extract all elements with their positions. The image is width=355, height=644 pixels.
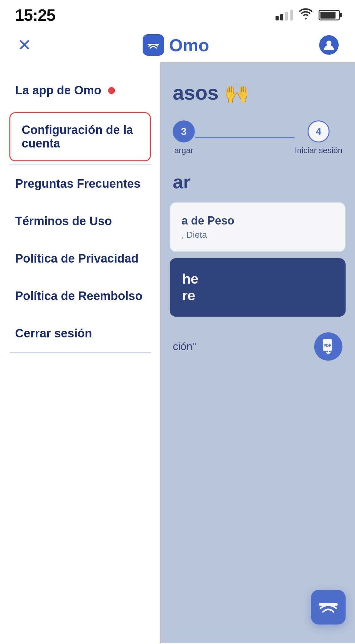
- cerrar-sesion-label: Cerrar sesión: [15, 327, 92, 340]
- step-4-label: Iniciar sesión: [295, 146, 342, 155]
- close-icon: ✕: [18, 37, 31, 53]
- pdf-button[interactable]: PDF: [314, 332, 342, 361]
- sidebar-menu: La app de Omo Configuración de la cuenta…: [0, 62, 160, 643]
- reembolso-label: Política de Reembolso: [15, 289, 142, 303]
- scale-app-button[interactable]: [311, 590, 346, 625]
- sidebar-item-configuracion[interactable]: Configuración de la cuenta: [9, 112, 151, 161]
- step-3-label: argar: [174, 146, 194, 155]
- svg-text:PDF: PDF: [324, 343, 331, 348]
- signal-icon: [276, 10, 293, 20]
- step-line: [195, 137, 295, 138]
- steps-header: asos 🙌: [160, 62, 355, 114]
- svg-point-1: [326, 41, 331, 46]
- profile-button[interactable]: [318, 34, 340, 56]
- section-title: ar: [160, 162, 355, 196]
- step-4-circle: 4: [308, 120, 330, 142]
- sidebar-item-privacidad[interactable]: Política de Privacidad: [0, 240, 160, 277]
- close-button[interactable]: ✕: [15, 36, 34, 54]
- header: ✕ Omo: [0, 28, 355, 62]
- sidebar-item-faq[interactable]: Preguntas Frecuentes: [0, 165, 160, 203]
- terminos-label: Términos de Uso: [15, 214, 112, 228]
- steps-title: asos 🙌: [173, 81, 249, 105]
- logo-text: Omo: [169, 35, 209, 55]
- dark-box-line2: re: [182, 287, 333, 304]
- profile-icon: [319, 35, 339, 55]
- card-title: a de Peso: [182, 214, 334, 227]
- citation-area: ción" PDF: [160, 323, 355, 370]
- logo-icon: [143, 34, 164, 56]
- background-content: asos 🙌 3 argar 4 Iniciar sesión ar a de …: [160, 62, 355, 643]
- main-layout: La app de Omo Configuración de la cuenta…: [0, 62, 355, 643]
- faq-label: Preguntas Frecuentes: [15, 177, 140, 190]
- battery-icon: [319, 10, 340, 20]
- la-app-label: La app de Omo: [15, 84, 101, 97]
- status-bar: 15:25: [0, 0, 355, 28]
- status-icons: [276, 8, 340, 22]
- citation-text: ción": [173, 340, 196, 353]
- wifi-icon: [298, 8, 313, 22]
- card-subtitle: , Dieta: [182, 230, 334, 240]
- dark-promo-box: he re: [170, 258, 346, 317]
- sidebar-item-cerrar-sesion[interactable]: Cerrar sesión: [0, 315, 160, 352]
- notification-dot: [108, 87, 115, 94]
- configuracion-label: Configuración de la cuenta: [22, 123, 133, 150]
- sidebar-item-reembolso[interactable]: Política de Reembolso: [0, 277, 160, 315]
- sidebar-item-terminos[interactable]: Términos de Uso: [0, 203, 160, 240]
- status-time: 15:25: [15, 6, 55, 25]
- step-3-circle: 3: [173, 120, 195, 142]
- steps-progress: 3 argar 4 Iniciar sesión: [160, 114, 355, 162]
- info-card: a de Peso , Dieta: [170, 202, 346, 252]
- dark-box-line1: he: [182, 271, 333, 287]
- sidebar-item-la-app[interactable]: La app de Omo: [0, 72, 160, 109]
- privacidad-label: Política de Privacidad: [15, 252, 139, 265]
- app-logo: Omo: [143, 34, 209, 56]
- menu-divider-bottom: [9, 352, 151, 353]
